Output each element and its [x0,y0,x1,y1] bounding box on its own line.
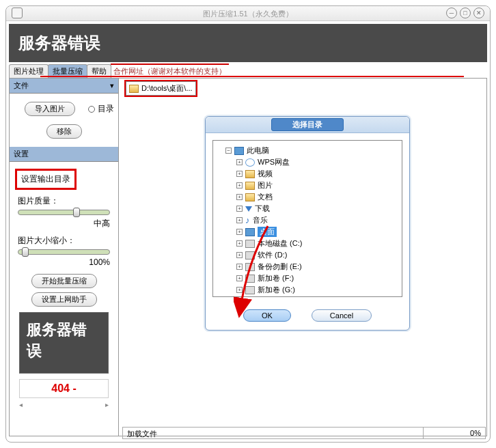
progress-percent: 0% [424,428,485,438]
expand-icon[interactable]: + [236,217,243,223]
music-icon: ♪ [245,215,250,225]
disk-icon [245,240,255,248]
maximize-icon[interactable]: □ [460,8,471,18]
minimize-icon[interactable]: ─ [446,8,457,18]
disk-icon [245,251,255,260]
disk-icon [245,286,255,294]
tree-label: 新加卷 (G:) [258,285,295,295]
directory-label: 目录 [98,103,114,115]
system-menu-icon[interactable] [12,8,23,18]
tree-label: WPS网盘 [258,157,290,167]
output-path-text: D:\tools\桌面\... [141,83,193,94]
left-panel: 文件 ▾ 导入图片 目录 移除 设置 设置输出目录 图片质量： [10,79,119,436]
tree-root-label: 此电脑 [247,145,269,156]
preview-404-text: 404 - [19,379,109,398]
shrink-value: 100% [18,257,110,267]
folder-icon [245,193,255,201]
desktop-icon [245,228,255,236]
cancel-button[interactable]: Cancel [312,309,372,322]
tree-item-disk-d[interactable]: +软件 (D:) [217,249,398,261]
status-bar: 加载文件 0% [122,427,486,439]
tree-item-disk-f[interactable]: +新加卷 (F:) [217,272,398,284]
ok-button[interactable]: OK [243,309,291,322]
tree-item-downloads[interactable]: +下载 [217,203,398,214]
status-text: 加载文件 [123,428,424,438]
expand-icon[interactable]: + [236,287,243,293]
quality-slider[interactable] [18,210,110,215]
cloud-icon [245,158,255,167]
window-title: 图片压缩1.51（永久免费） [203,10,292,18]
disk-icon [245,263,255,271]
tree-item-music[interactable]: +♪音乐 [217,214,398,226]
tree-item-disk-c[interactable]: +本地磁盘 (C:) [217,238,398,249]
annotation-line [40,76,464,77]
expand-icon[interactable]: + [236,206,243,212]
folder-tree[interactable]: − 此电脑 +WPS网盘 +视频 +图片 +文档 +下载 +♪音乐 +桌面 +本… [212,140,402,297]
tree-root[interactable]: − 此电脑 [217,145,398,156]
download-icon [245,206,252,212]
expand-icon[interactable]: + [236,182,243,188]
tree-item-disk-e[interactable]: +备份勿删 (E:) [217,261,398,272]
tree-item-video[interactable]: +视频 [217,168,398,180]
shrink-label: 图片大小缩小： [18,235,110,247]
disk-icon [245,275,255,283]
chevron-down-icon[interactable]: ▾ [110,81,114,90]
quality-value: 中高 [18,218,110,229]
tree-label: 本地磁盘 (C:) [258,238,302,249]
tree-item-desktop[interactable]: +桌面 [217,226,398,238]
quality-label: 图片质量： [18,195,110,207]
error-banner: 服务器错误 [9,24,487,62]
set-output-dir-button[interactable]: 设置输出目录 [21,174,70,184]
tree-item-wps[interactable]: +WPS网盘 [217,156,398,168]
folder-icon [245,170,255,178]
file-section-header: 文件 ▾ [10,79,118,94]
expand-icon[interactable]: + [236,275,243,281]
start-compress-button[interactable]: 开始批量压缩 [31,274,97,288]
expand-icon[interactable]: + [236,264,243,270]
dialog-titlebar[interactable]: 选择目录 [206,117,409,133]
preview-thumbnail: 服务器错误 [19,312,109,374]
tree-label: 文档 [258,192,273,202]
settings-section-label: 设置 [14,149,29,159]
shrink-slider[interactable] [18,249,110,255]
folder-picker-dialog: 选择目录 − 此电脑 +WPS网盘 +视频 +图片 +文档 +下载 +♪音乐 +… [205,116,410,331]
remove-button[interactable]: 移除 [46,124,82,139]
tree-label: 视频 [258,169,273,179]
preview-text: 服务器错误 [27,321,87,359]
tree-label: 备份勿删 (E:) [258,262,302,272]
computer-icon [234,147,244,155]
folder-icon [245,182,255,190]
import-image-button[interactable]: 导入图片 [25,102,75,116]
tree-item-documents[interactable]: +文档 [217,191,398,203]
output-path-field[interactable]: D:\tools\桌面\... [126,81,196,96]
tree-label: 图片 [258,180,273,191]
expand-icon[interactable]: + [236,171,243,177]
expand-icon[interactable]: + [236,194,243,200]
annotation-highlight-outdir: 设置输出目录 [15,169,77,190]
titlebar[interactable]: 图片压缩1.51（永久免费） ─ □ ✕ [6,6,490,21]
tree-item-pictures[interactable]: +图片 [217,180,398,191]
collapse-icon[interactable]: − [225,148,232,154]
expand-icon[interactable]: + [236,240,243,247]
settings-section-header: 设置 [10,147,118,162]
tree-label: 新加卷 (F:) [258,273,294,283]
file-section-label: 文件 [14,81,29,91]
folder-icon [129,85,139,93]
directory-radio[interactable] [88,106,95,113]
net-helper-button[interactable]: 设置上网助手 [31,292,97,307]
tree-label: 音乐 [253,215,268,225]
tree-label: 下载 [255,204,270,214]
expand-icon[interactable]: + [236,252,243,258]
tree-label-selected: 桌面 [258,227,277,237]
thumbnail-scroll[interactable]: ◂▸ [14,401,114,408]
expand-icon[interactable]: + [236,229,243,235]
error-banner-text: 服务器错误 [18,33,100,52]
dialog-title-text: 选择目录 [271,118,344,131]
tree-item-disk-g[interactable]: +新加卷 (G:) [217,284,398,296]
close-icon[interactable]: ✕ [473,8,484,18]
tree-label: 软件 (D:) [258,250,287,260]
expand-icon[interactable]: + [236,159,243,165]
